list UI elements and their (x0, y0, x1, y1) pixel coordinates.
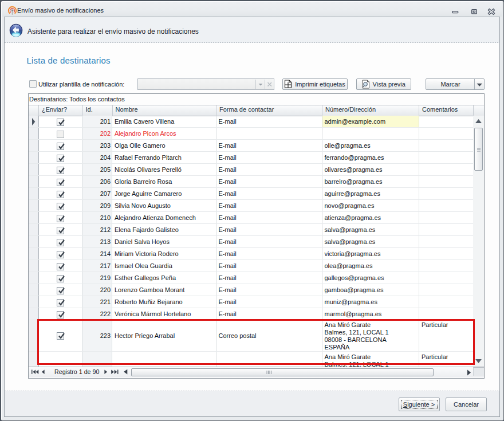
svg-text:Registro 1 de 90: Registro 1 de 90 (54, 368, 99, 375)
